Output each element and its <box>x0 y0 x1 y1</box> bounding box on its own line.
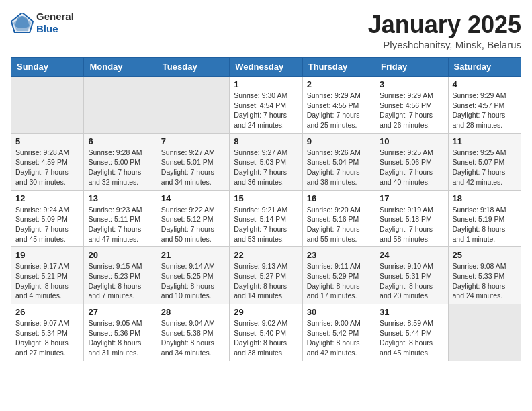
day-info: Sunrise: 9:29 AM Sunset: 4:55 PM Dayligh… <box>307 91 371 130</box>
header-friday: Friday <box>375 58 448 77</box>
calendar-cell: 29Sunrise: 9:02 AM Sunset: 5:40 PM Dayli… <box>230 304 302 361</box>
day-info: Sunrise: 9:30 AM Sunset: 4:54 PM Dayligh… <box>234 91 298 130</box>
calendar-cell: 4Sunrise: 9:29 AM Sunset: 4:57 PM Daylig… <box>448 77 521 134</box>
calendar-header-row: SundayMondayTuesdayWednesdayThursdayFrid… <box>11 58 521 77</box>
day-info: Sunrise: 9:17 AM Sunset: 5:21 PM Dayligh… <box>15 261 79 301</box>
header-saturday: Saturday <box>448 58 521 77</box>
calendar-cell: 2Sunrise: 9:29 AM Sunset: 4:55 PM Daylig… <box>302 77 375 134</box>
calendar-cell: 20Sunrise: 9:15 AM Sunset: 5:23 PM Dayli… <box>84 247 157 304</box>
day-number: 31 <box>380 307 443 317</box>
day-number: 7 <box>161 136 225 146</box>
calendar-cell: 19Sunrise: 9:17 AM Sunset: 5:21 PM Dayli… <box>11 247 84 304</box>
calendar-cell: 10Sunrise: 9:25 AM Sunset: 5:06 PM Dayli… <box>375 133 448 190</box>
day-info: Sunrise: 9:25 AM Sunset: 5:07 PM Dayligh… <box>453 148 517 187</box>
day-info: Sunrise: 9:04 AM Sunset: 5:38 PM Dayligh… <box>161 318 225 358</box>
day-info: Sunrise: 9:24 AM Sunset: 5:09 PM Dayligh… <box>15 205 79 244</box>
day-info: Sunrise: 9:27 AM Sunset: 5:01 PM Dayligh… <box>161 148 225 187</box>
day-number: 1 <box>234 79 298 89</box>
day-info: Sunrise: 9:28 AM Sunset: 4:59 PM Dayligh… <box>15 148 79 187</box>
calendar-cell: 31Sunrise: 8:59 AM Sunset: 5:44 PM Dayli… <box>375 304 448 361</box>
calendar-cell: 7Sunrise: 9:27 AM Sunset: 5:01 PM Daylig… <box>157 133 229 190</box>
day-info: Sunrise: 9:05 AM Sunset: 5:36 PM Dayligh… <box>88 318 152 358</box>
day-info: Sunrise: 9:15 AM Sunset: 5:23 PM Dayligh… <box>88 261 152 301</box>
calendar-cell <box>448 304 521 361</box>
calendar-cell: 23Sunrise: 9:11 AM Sunset: 5:29 PM Dayli… <box>302 247 375 304</box>
day-number: 5 <box>15 136 79 146</box>
calendar-cell: 8Sunrise: 9:27 AM Sunset: 5:03 PM Daylig… <box>230 133 302 190</box>
day-number: 13 <box>88 193 152 203</box>
calendar-cell: 1Sunrise: 9:30 AM Sunset: 4:54 PM Daylig… <box>230 77 302 134</box>
day-number: 27 <box>88 307 152 317</box>
day-number: 16 <box>307 193 371 203</box>
day-info: Sunrise: 9:21 AM Sunset: 5:14 PM Dayligh… <box>234 205 298 244</box>
calendar-cell: 17Sunrise: 9:19 AM Sunset: 5:18 PM Dayli… <box>375 190 448 247</box>
day-info: Sunrise: 9:23 AM Sunset: 5:11 PM Dayligh… <box>88 205 152 244</box>
day-info: Sunrise: 9:26 AM Sunset: 5:04 PM Dayligh… <box>307 148 371 187</box>
calendar-cell <box>84 77 157 134</box>
day-number: 26 <box>15 307 79 317</box>
header-tuesday: Tuesday <box>157 58 229 77</box>
day-number: 23 <box>307 250 371 260</box>
day-info: Sunrise: 9:18 AM Sunset: 5:19 PM Dayligh… <box>453 205 517 244</box>
day-info: Sunrise: 9:14 AM Sunset: 5:25 PM Dayligh… <box>161 261 225 301</box>
header-thursday: Thursday <box>302 58 375 77</box>
day-info: Sunrise: 9:19 AM Sunset: 5:18 PM Dayligh… <box>380 205 443 244</box>
day-info: Sunrise: 9:02 AM Sunset: 5:40 PM Dayligh… <box>234 318 298 358</box>
calendar-cell: 13Sunrise: 9:23 AM Sunset: 5:11 PM Dayli… <box>84 190 157 247</box>
calendar-cell: 16Sunrise: 9:20 AM Sunset: 5:16 PM Dayli… <box>302 190 375 247</box>
calendar-cell <box>11 77 84 134</box>
header-monday: Monday <box>84 58 157 77</box>
calendar-cell: 12Sunrise: 9:24 AM Sunset: 5:09 PM Dayli… <box>11 190 84 247</box>
calendar-table: SundayMondayTuesdayWednesdayThursdayFrid… <box>11 57 521 361</box>
calendar-week-row: 19Sunrise: 9:17 AM Sunset: 5:21 PM Dayli… <box>11 247 521 304</box>
day-number: 18 <box>453 193 517 203</box>
calendar-cell: 25Sunrise: 9:08 AM Sunset: 5:33 PM Dayli… <box>448 247 521 304</box>
day-number: 21 <box>161 250 225 260</box>
calendar-cell: 5Sunrise: 9:28 AM Sunset: 4:59 PM Daylig… <box>11 133 84 190</box>
calendar-cell: 26Sunrise: 9:07 AM Sunset: 5:34 PM Dayli… <box>11 304 84 361</box>
day-info: Sunrise: 9:28 AM Sunset: 5:00 PM Dayligh… <box>88 148 152 187</box>
logo-icon <box>11 13 34 33</box>
day-number: 10 <box>380 136 443 146</box>
day-number: 24 <box>380 250 443 260</box>
calendar-cell: 3Sunrise: 9:29 AM Sunset: 4:56 PM Daylig… <box>375 77 448 134</box>
day-info: Sunrise: 9:27 AM Sunset: 5:03 PM Dayligh… <box>234 148 298 187</box>
day-number: 11 <box>453 136 517 146</box>
day-number: 19 <box>15 250 79 260</box>
day-number: 6 <box>88 136 152 146</box>
calendar-cell: 9Sunrise: 9:26 AM Sunset: 5:04 PM Daylig… <box>302 133 375 190</box>
day-number: 28 <box>161 307 225 317</box>
location-title: Plyeshchanitsy, Minsk, Belarus <box>368 39 521 50</box>
calendar-cell: 24Sunrise: 9:10 AM Sunset: 5:31 PM Dayli… <box>375 247 448 304</box>
day-info: Sunrise: 9:07 AM Sunset: 5:34 PM Dayligh… <box>15 318 79 358</box>
calendar-week-row: 1Sunrise: 9:30 AM Sunset: 4:54 PM Daylig… <box>11 77 521 134</box>
calendar-cell: 28Sunrise: 9:04 AM Sunset: 5:38 PM Dayli… <box>157 304 229 361</box>
day-number: 20 <box>88 250 152 260</box>
calendar-cell: 11Sunrise: 9:25 AM Sunset: 5:07 PM Dayli… <box>448 133 521 190</box>
day-number: 22 <box>234 250 298 260</box>
day-info: Sunrise: 9:22 AM Sunset: 5:12 PM Dayligh… <box>161 205 225 244</box>
day-info: Sunrise: 9:20 AM Sunset: 5:16 PM Dayligh… <box>307 205 371 244</box>
logo-text: General Blue <box>36 11 74 35</box>
day-number: 12 <box>15 193 79 203</box>
day-info: Sunrise: 9:29 AM Sunset: 4:57 PM Dayligh… <box>453 91 517 130</box>
logo: General Blue <box>11 11 74 35</box>
calendar-cell: 27Sunrise: 9:05 AM Sunset: 5:36 PM Dayli… <box>84 304 157 361</box>
day-number: 4 <box>453 79 517 89</box>
day-number: 25 <box>453 250 517 260</box>
day-number: 15 <box>234 193 298 203</box>
day-number: 30 <box>307 307 371 317</box>
day-info: Sunrise: 9:13 AM Sunset: 5:27 PM Dayligh… <box>234 261 298 301</box>
calendar-cell: 21Sunrise: 9:14 AM Sunset: 5:25 PM Dayli… <box>157 247 229 304</box>
day-number: 3 <box>380 79 443 89</box>
page-header: General Blue January 2025 Plyeshchanitsy… <box>11 11 521 50</box>
day-number: 8 <box>234 136 298 146</box>
day-number: 17 <box>380 193 443 203</box>
day-info: Sunrise: 8:59 AM Sunset: 5:44 PM Dayligh… <box>380 318 443 358</box>
calendar-cell: 14Sunrise: 9:22 AM Sunset: 5:12 PM Dayli… <box>157 190 229 247</box>
calendar-week-row: 12Sunrise: 9:24 AM Sunset: 5:09 PM Dayli… <box>11 190 521 247</box>
calendar-cell: 6Sunrise: 9:28 AM Sunset: 5:00 PM Daylig… <box>84 133 157 190</box>
day-number: 9 <box>307 136 371 146</box>
day-info: Sunrise: 9:25 AM Sunset: 5:06 PM Dayligh… <box>380 148 443 187</box>
day-number: 14 <box>161 193 225 203</box>
